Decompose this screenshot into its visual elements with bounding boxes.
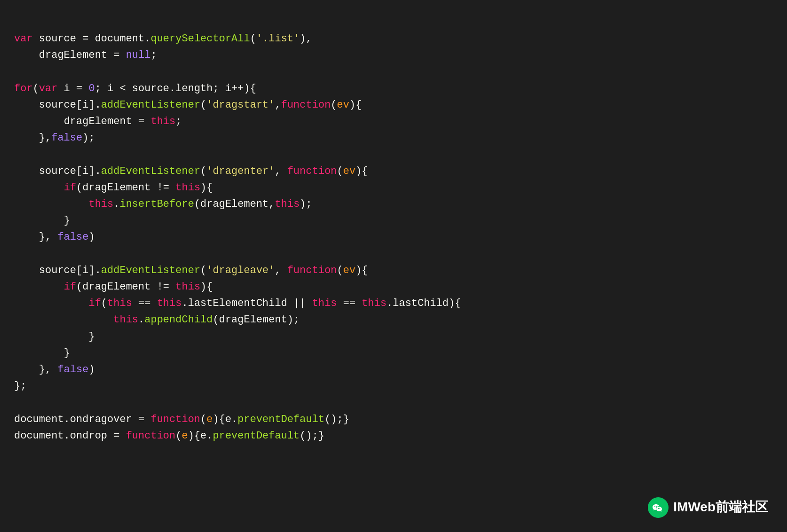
watermark-text: IMWeb前端社区 <box>673 497 768 518</box>
watermark: IMWeb前端社区 <box>648 497 768 518</box>
code-editor: var source = document.querySelectorAll('… <box>14 14 773 444</box>
line-1: var source = document.querySelectorAll('… <box>14 33 461 442</box>
wechat-icon <box>648 497 669 518</box>
